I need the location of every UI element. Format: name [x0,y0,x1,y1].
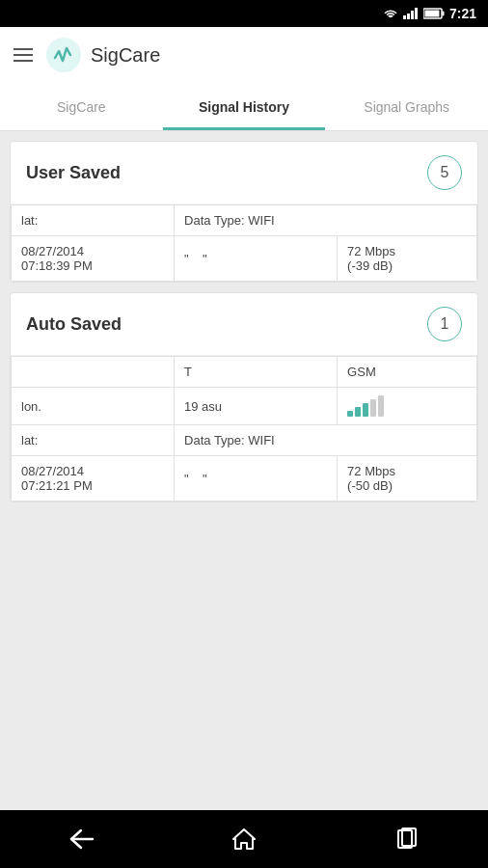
table-row: 08/27/201407:18:39 PM " " 72 Mbps(-39 dB… [12,236,477,282]
tab-bar: SigCare Signal History Signal Graphs [0,83,488,131]
main-content: User Saved 5 lat: Data Type: WIFI 08/27/… [0,131,488,810]
quotes-2: " " [175,456,338,502]
data-type-wifi: Data Type: WIFI [175,205,477,236]
svg-rect-6 [442,12,444,16]
back-icon [68,828,95,850]
auto-saved-card: Auto Saved 1 T GSM lon. 19 asu [10,292,478,502]
svg-rect-0 [403,15,406,19]
tab-signal-graphs[interactable]: Signal Graphs [325,83,488,130]
battery-icon [423,8,445,19]
speed-2: 72 Mbps(-50 dB) [338,456,477,502]
status-bar: 7:21 [0,0,488,27]
user-saved-header: User Saved 5 [11,142,477,204]
tab-sigcare[interactable]: SigCare [0,83,163,130]
bar-1 [347,411,353,417]
app-logo [46,38,81,72]
app-title: SigCare [91,44,160,67]
wifi-icon [383,8,398,19]
svg-rect-5 [424,11,439,17]
svg-rect-1 [407,14,410,19]
table-row: lon. 19 asu [12,388,477,425]
back-button[interactable] [62,820,100,858]
signal-bars [347,395,467,417]
svg-rect-3 [415,8,418,19]
datetime-1: 08/27/201407:18:39 PM [12,236,175,282]
table-row: T GSM [12,357,477,388]
home-icon [231,827,257,851]
auto-saved-title: Auto Saved [26,314,122,335]
svg-rect-2 [411,11,414,19]
auto-saved-table: T GSM lon. 19 asu lat: Data [11,356,477,502]
datetime-2: 08/27/201407:21:21 PM [12,456,175,502]
speed-1: 72 Mbps(-39 dB) [338,236,477,282]
t-cell: T [175,357,338,388]
cell-signal-icon [403,8,419,19]
bar-4 [370,399,376,417]
auto-saved-header: Auto Saved 1 [11,293,477,356]
table-row: 08/27/201407:21:21 PM " " 72 Mbps(-50 dB… [12,456,477,502]
table-row: lat: Data Type: WIFI [12,425,477,456]
gsm-cell: GSM [338,357,477,388]
quotes-1: " " [175,236,338,282]
empty-cell-1 [12,357,175,388]
bar-5 [378,395,384,417]
data-type-wifi-2: Data Type: WIFI [175,425,477,456]
table-row: lat: Data Type: WIFI [12,205,477,236]
bar-3 [363,403,368,417]
status-icons: 7:21 [383,6,476,21]
bottom-nav [0,810,488,868]
user-saved-card: User Saved 5 lat: Data Type: WIFI 08/27/… [10,141,478,283]
asu-cell: 19 asu [175,388,338,425]
lon-cell: lon. [12,388,175,425]
auto-saved-badge: 1 [427,307,462,341]
sigcare-logo-icon [52,43,75,67]
tab-signal-history[interactable]: Signal History [163,83,326,130]
lat-label-2: lat: [12,425,175,456]
home-button[interactable] [225,820,263,858]
app-bar: SigCare [0,27,488,83]
lat-label: lat: [12,205,175,236]
hamburger-menu[interactable] [10,44,37,66]
svg-marker-8 [233,829,255,849]
recents-icon [394,827,420,851]
recents-button[interactable] [388,820,426,858]
user-saved-title: User Saved [26,163,121,183]
user-saved-table: lat: Data Type: WIFI 08/27/201407:18:39 … [11,204,477,282]
user-saved-badge: 5 [427,155,462,190]
status-time: 7:21 [449,6,476,21]
bar-2 [355,407,361,417]
signal-bars-cell [338,388,477,425]
